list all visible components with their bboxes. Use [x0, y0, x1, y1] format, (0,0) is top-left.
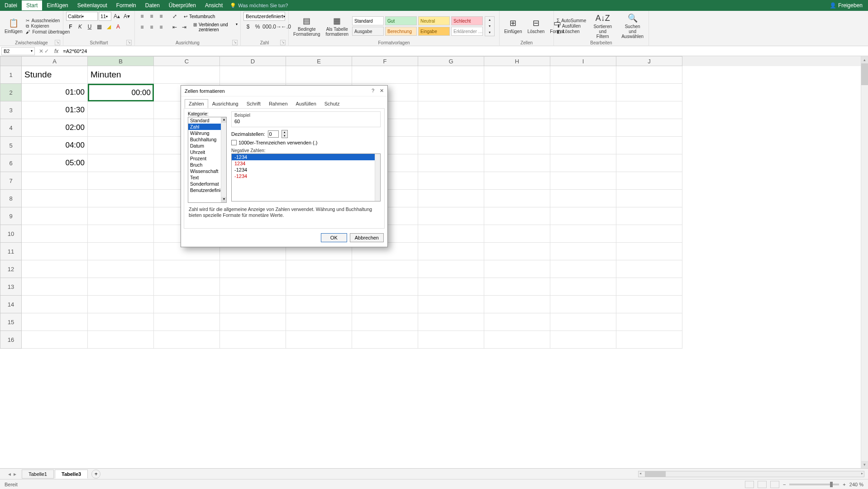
cell-G2[interactable] [418, 84, 484, 101]
cell-A9[interactable] [22, 207, 88, 225]
cell-H15[interactable] [484, 313, 550, 331]
cell-H2[interactable] [484, 84, 550, 101]
cell-G11[interactable] [418, 243, 484, 260]
cell-C1[interactable] [154, 66, 220, 84]
row-header-7[interactable]: 7 [0, 172, 22, 190]
style-eingabe[interactable]: Eingabe [418, 27, 450, 36]
cell-A2[interactable]: 01:00 [22, 84, 88, 101]
scroll-up-icon[interactable]: ▴ [221, 117, 226, 123]
number-format-select[interactable]: Benutzerdefiniert▾ [243, 12, 285, 21]
tab-ueberpruefen[interactable]: Überprüfen [164, 0, 200, 10]
styles-scroll-down[interactable]: ▾ [485, 23, 494, 29]
cell-J15[interactable] [616, 313, 682, 331]
cell-E13[interactable] [286, 278, 352, 296]
style-neutral[interactable]: Neutral [418, 16, 450, 25]
scroll-down-arrow[interactable]: ▾ [861, 461, 868, 468]
number-launcher[interactable]: ↘ [280, 40, 286, 45]
cell-J1[interactable] [616, 66, 682, 84]
row-header-5[interactable]: 5 [0, 137, 22, 154]
zoom-value[interactable]: 240 % [849, 482, 863, 487]
conditional-formatting-button[interactable]: ▤Bedingte Formatierung [291, 15, 322, 38]
spinner-up-icon[interactable]: ▴ [282, 130, 287, 134]
row-header-6[interactable]: 6 [0, 154, 22, 172]
insert-cells-button[interactable]: ⊞Einfügen [502, 17, 524, 35]
cell-H16[interactable] [484, 331, 550, 349]
cell-I3[interactable] [550, 101, 616, 119]
row-header-16[interactable]: 16 [0, 331, 22, 349]
scroll-down-icon[interactable]: ▾ [221, 197, 226, 202]
row-header-4[interactable]: 4 [0, 119, 22, 137]
row-header-2[interactable]: 2 [0, 84, 22, 101]
cell-I16[interactable] [550, 331, 616, 349]
col-header-D[interactable]: D [220, 56, 286, 66]
wrap-text-button[interactable]: ↩Textumbruch [184, 14, 215, 19]
cell-H13[interactable] [484, 278, 550, 296]
row-header-15[interactable]: 15 [0, 313, 22, 331]
cell-H12[interactable] [484, 260, 550, 278]
row-header-3[interactable]: 3 [0, 101, 22, 119]
cell-D16[interactable] [220, 331, 286, 349]
style-ausgabe[interactable]: Ausgabe [352, 27, 384, 36]
cell-I4[interactable] [550, 119, 616, 137]
col-header-C[interactable]: C [154, 56, 220, 66]
cell-C12[interactable] [154, 260, 220, 278]
category-listbox[interactable]: StandardZahlWährungBuchhaltungDatumUhrze… [188, 117, 227, 203]
horizontal-scrollbar[interactable]: ◂ ▸ [638, 471, 864, 477]
neg-scrollbar[interactable] [375, 154, 380, 201]
sheet-nav-next[interactable]: ▸ [14, 471, 16, 477]
negative-numbers-listbox[interactable]: -12341234-1234-1234 [231, 153, 381, 201]
col-header-G[interactable]: G [418, 56, 484, 66]
cell-E15[interactable] [286, 313, 352, 331]
cell-J3[interactable] [616, 101, 682, 119]
cell-B15[interactable] [88, 313, 154, 331]
decimals-input[interactable] [268, 130, 279, 138]
cell-G10[interactable] [418, 225, 484, 243]
cell-I12[interactable] [550, 260, 616, 278]
comma-button[interactable]: 000 [262, 22, 272, 31]
currency-button[interactable]: $ [243, 22, 253, 31]
autosum-button[interactable]: ΣAutoSumme [557, 18, 586, 23]
cell-B13[interactable] [88, 278, 154, 296]
borders-button[interactable]: ▦ [95, 22, 104, 31]
sheet-tab-tabelle3[interactable]: Tabelle3 [55, 470, 88, 479]
col-header-I[interactable]: I [550, 56, 616, 66]
dlg-tab-rahmen[interactable]: Rahmen [265, 99, 292, 108]
cell-F1[interactable] [352, 66, 418, 84]
cell-I7[interactable] [550, 172, 616, 190]
vertical-scrollbar[interactable]: ▴ ▾ [861, 56, 868, 468]
cancel-button[interactable]: Abbrechen [350, 233, 384, 242]
clear-button[interactable]: ◧Löschen [557, 29, 586, 34]
sheet-nav-prev[interactable]: ◂ [8, 471, 11, 477]
fx-icon[interactable]: fx [54, 48, 58, 54]
cell-G3[interactable] [418, 101, 484, 119]
share-button[interactable]: 👤 Freigeben [830, 2, 863, 9]
font-launcher[interactable]: ↘ [126, 40, 132, 45]
cell-J10[interactable] [616, 225, 682, 243]
styles-more[interactable]: ▾ [485, 29, 494, 36]
col-header-H[interactable]: H [484, 56, 550, 66]
row-header-1[interactable]: 1 [0, 66, 22, 84]
cell-F15[interactable] [352, 313, 418, 331]
col-header-J[interactable]: J [616, 56, 682, 66]
cell-J11[interactable] [616, 243, 682, 260]
row-header-13[interactable]: 13 [0, 278, 22, 296]
dlg-tab-ausrichtung[interactable]: Ausrichtung [208, 99, 243, 108]
cell-H6[interactable] [484, 154, 550, 172]
cell-E12[interactable] [286, 260, 352, 278]
cell-J14[interactable] [616, 296, 682, 313]
cell-C14[interactable] [154, 296, 220, 313]
cell-H1[interactable] [484, 66, 550, 84]
cell-A3[interactable]: 01:30 [22, 101, 88, 119]
align-right-button[interactable]: ≡ [157, 23, 166, 32]
cell-B7[interactable] [88, 172, 154, 190]
dlg-tab-ausfuellen[interactable]: Ausfüllen [292, 99, 320, 108]
tab-ansicht[interactable]: Ansicht [200, 0, 227, 10]
cell-C16[interactable] [154, 331, 220, 349]
select-all-corner[interactable] [0, 56, 22, 66]
cell-B9[interactable] [88, 207, 154, 225]
cell-A8[interactable] [22, 190, 88, 207]
cell-H7[interactable] [484, 172, 550, 190]
col-header-E[interactable]: E [286, 56, 352, 66]
cell-A7[interactable] [22, 172, 88, 190]
cell-I15[interactable] [550, 313, 616, 331]
